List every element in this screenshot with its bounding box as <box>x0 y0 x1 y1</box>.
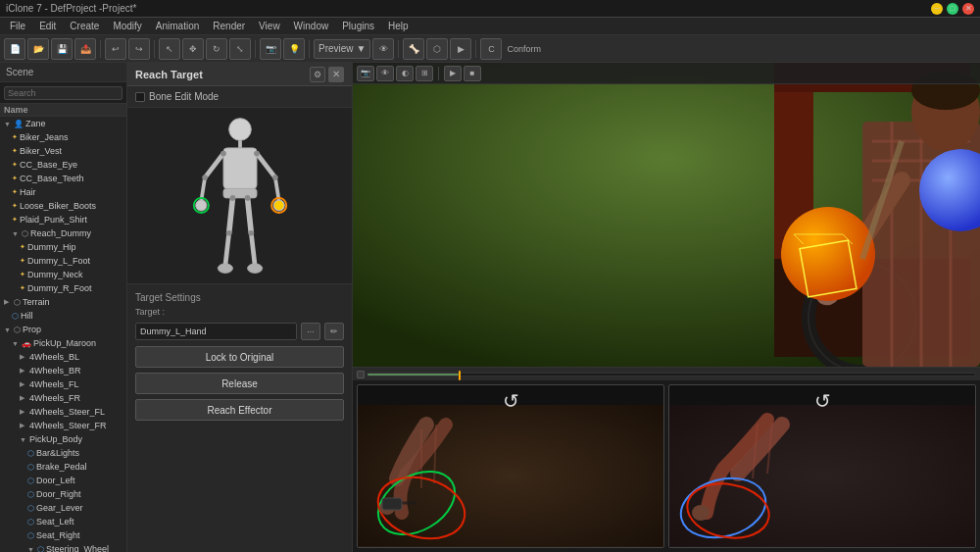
menu-help[interactable]: Help <box>382 20 415 32</box>
target-pick-button[interactable]: ✏ <box>324 323 344 340</box>
tree-item-shirt[interactable]: ✦ Plaid_Punk_Shirt <box>0 213 126 226</box>
tree-item-4wheels-br[interactable]: ▶ 4Wheels_BR <box>0 364 126 377</box>
tree-item-boots[interactable]: ✦ Loose_Biker_Boots <box>0 199 126 213</box>
tb-rotate[interactable]: ↻ <box>206 38 227 60</box>
tree-item-seat-left[interactable]: ⬡ Seat_Left <box>0 515 126 528</box>
tree-item-biker-jeans[interactable]: ✦ Biker_Jeans <box>0 130 126 144</box>
vp-btn-shading[interactable]: ◐ <box>396 66 414 81</box>
svg-point-5 <box>195 199 206 210</box>
menu-view[interactable]: View <box>253 20 286 32</box>
svg-line-7 <box>257 153 275 177</box>
timeline-start-btn[interactable] <box>357 371 365 378</box>
tb-eye[interactable]: 👁 <box>372 38 394 60</box>
tree-item-gear-lever[interactable]: ⬡ Gear_Lever <box>0 501 126 515</box>
tb-light[interactable]: 💡 <box>283 38 305 60</box>
tree-item-dummy-hip[interactable]: ✦ Dummy_Hip <box>0 240 126 254</box>
maximize-button[interactable]: □ <box>947 3 958 15</box>
tree-item-brake-pedal[interactable]: ⬡ Brake_Pedal <box>0 460 126 474</box>
tb-new[interactable]: 📄 <box>4 38 25 60</box>
bone-edit-checkbox[interactable] <box>135 92 145 102</box>
tree-arrow: ▶ <box>20 353 27 361</box>
reach-effector-button[interactable]: Reach Effector <box>135 399 344 421</box>
menu-plugins[interactable]: Plugins <box>336 20 380 32</box>
vp-btn-grid[interactable]: ⊞ <box>416 66 433 81</box>
thumbnail-1[interactable]: ↺ <box>357 384 664 548</box>
tb-undo[interactable]: ↩ <box>105 38 126 60</box>
tree-item-door-right[interactable]: ⬡ Door_Right <box>0 487 126 501</box>
tree-item-biker-vest[interactable]: ✦ Biker_Vest <box>0 144 126 158</box>
bone-icon: ✦ <box>20 271 25 278</box>
tb-custom-dropdown[interactable]: Preview ▼ <box>314 39 370 59</box>
tree-item-reach-dummy[interactable]: ▼ ⬡ Reach_Dummy <box>0 226 126 240</box>
tree-label: Seat_Left <box>36 517 74 527</box>
bone-edit-checkbox-label[interactable]: Bone Edit Mode <box>135 91 219 102</box>
tb-camera[interactable]: 📷 <box>260 38 281 60</box>
tree-item-pickup-maroon[interactable]: ▼ 🚗 PickUp_Maroon <box>0 336 126 350</box>
menu-animation[interactable]: Animation <box>150 20 205 32</box>
tree-item-dummy-l-foot[interactable]: ✦ Dummy_L_Foot <box>0 254 126 268</box>
tree-item-steer-fr[interactable]: ▶ 4Wheels_Steer_FR <box>0 419 126 432</box>
vp-btn-view[interactable]: 👁 <box>376 66 394 81</box>
tree-label: Loose_Biker_Boots <box>20 201 96 211</box>
tb-export[interactable]: 📤 <box>74 38 96 60</box>
tree-item-4wheels-fl[interactable]: ▶ 4Wheels_FL <box>0 377 126 391</box>
group-icon: 👤 <box>14 120 24 128</box>
tb-conform[interactable]: C <box>480 38 502 60</box>
tree-item-prop[interactable]: ▼ ⬡ Prop <box>0 323 126 336</box>
tb-redo[interactable]: ↪ <box>128 38 150 60</box>
vp-btn-cam[interactable]: 📷 <box>357 66 374 81</box>
tree-item-dummy-r-foot[interactable]: ✦ Dummy_R_Foot <box>0 281 126 295</box>
scene-tree[interactable]: ▼ 👤 Zane ✦ Biker_Jeans ✦ Biker_Vest ✦ CC… <box>0 117 126 552</box>
tree-item-hill[interactable]: ⬡ Hill <box>0 309 126 323</box>
vp-btn-play[interactable]: ▶ <box>444 66 462 81</box>
tree-item-4wheels-bl[interactable]: ▶ 4Wheels_BL <box>0 350 126 364</box>
tb-scale[interactable]: ⤡ <box>229 38 251 60</box>
menu-file[interactable]: File <box>4 20 31 32</box>
bone-edit-row: Bone Edit Mode <box>127 86 352 108</box>
tb-select[interactable]: ↖ <box>159 38 180 60</box>
tb-save[interactable]: 💾 <box>51 38 73 60</box>
timeline-track[interactable] <box>367 373 976 376</box>
tree-item-hair[interactable]: ✦ Hair <box>0 185 126 199</box>
release-button[interactable]: Release <box>135 373 344 394</box>
tree-item-pickup-body[interactable]: ▼ PickUp_Body <box>0 432 126 446</box>
right-panel[interactable]: 📷 👁 ◐ ⊞ ▶ ■ <box>353 63 980 552</box>
tb-move[interactable]: ✥ <box>182 38 204 60</box>
lock-original-button[interactable]: Lock to Original <box>135 346 344 368</box>
menu-edit[interactable]: Edit <box>33 20 62 32</box>
vp-btn-stop[interactable]: ■ <box>464 66 481 81</box>
tree-item-zane[interactable]: ▼ 👤 Zane <box>0 117 126 130</box>
tb-open[interactable]: 📂 <box>27 38 49 60</box>
target-input[interactable] <box>135 323 297 340</box>
menu-modify[interactable]: Modify <box>107 20 147 32</box>
tree-item-bar-lights[interactable]: ⬡ Bar&Lights <box>0 446 126 460</box>
tree-item-door-left[interactable]: ⬡ Door_Left <box>0 474 126 487</box>
tree-item-seat-right[interactable]: ⬡ Seat_Right <box>0 528 126 542</box>
dialog-close-button[interactable]: ✕ <box>328 67 344 82</box>
bone-icon: ✦ <box>12 147 18 155</box>
minimize-button[interactable]: ─ <box>931 3 943 15</box>
titlebar: iClone 7 - DefProject -Project* ─ □ ✕ <box>0 0 980 18</box>
menu-render[interactable]: Render <box>207 20 251 32</box>
tree-item-dummy-neck[interactable]: ✦ Dummy_Neck <box>0 268 126 281</box>
tree-item-steering-wheel[interactable]: ▼ ⬡ Steering_Wheel <box>0 542 126 552</box>
tb-anim[interactable]: ▶ <box>450 38 471 60</box>
tree-item-4wheels-fr[interactable]: ▶ 4Wheels_FR <box>0 391 126 405</box>
search-input[interactable] <box>4 86 122 100</box>
tree-arrow: ▶ <box>20 380 27 388</box>
tree-item-terrain[interactable]: ▶ ⬡ Terrain <box>0 295 126 309</box>
tree-label: Dummy_L_Foot <box>27 256 90 266</box>
tree-item-cc-base-teeth[interactable]: ✦ CC_Base_Teeth <box>0 172 126 185</box>
tree-item-steer-fl[interactable]: ▶ 4Wheels_Steer_FL <box>0 405 126 419</box>
tb-mesh[interactable]: ⬡ <box>426 38 448 60</box>
tb-bones[interactable]: 🦴 <box>403 38 424 60</box>
close-button[interactable]: ✕ <box>962 3 974 15</box>
tree-item-cc-base-eye[interactable]: ✦ CC_Base_Eye <box>0 158 126 172</box>
menu-window[interactable]: Window <box>288 20 335 32</box>
playhead[interactable] <box>459 371 461 380</box>
thumbnail-2[interactable]: ↺ <box>668 384 976 548</box>
dialog-gear-button[interactable]: ⚙ <box>310 67 325 82</box>
menu-create[interactable]: Create <box>64 20 105 32</box>
tree-label: Steering_Wheel <box>46 544 109 552</box>
target-more-button[interactable]: ··· <box>301 323 320 340</box>
